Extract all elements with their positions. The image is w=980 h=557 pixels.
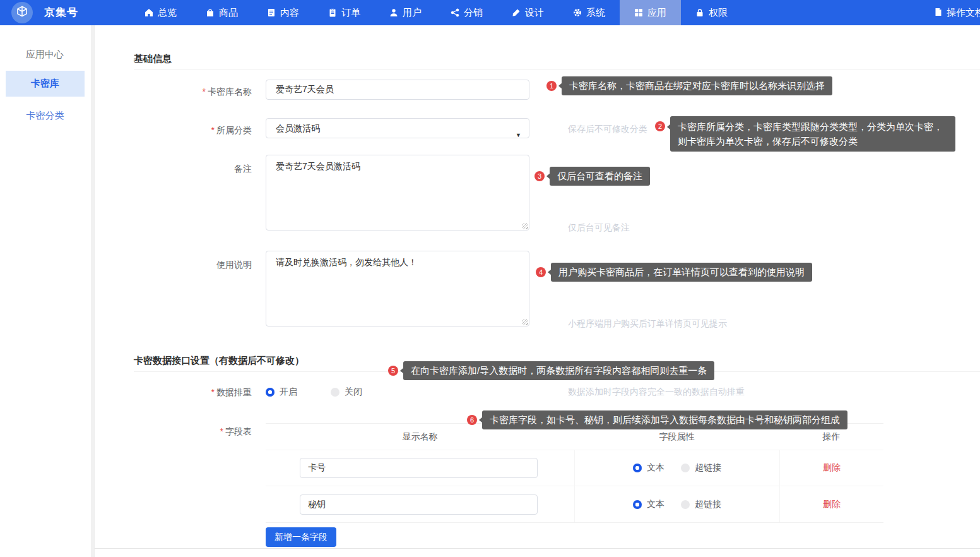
field-name-input[interactable] xyxy=(300,494,538,515)
required-asterisk: * xyxy=(211,387,215,397)
brand-logo[interactable] xyxy=(11,2,33,23)
dedupe-option-on[interactable]: 开启 xyxy=(266,386,297,398)
field-label-remark: 备注 xyxy=(107,164,252,175)
callout-2: 2 卡密库所属分类，卡密库类型跟随分类类型，分类为单次卡密，则卡密库为单次卡密，… xyxy=(655,116,955,152)
field-label-category: *所属分类 xyxy=(107,125,252,136)
attr-option-hyperlink[interactable]: 超链接 xyxy=(681,462,721,474)
radio-label: 关闭 xyxy=(345,386,362,398)
nav-item-design[interactable]: 设计 xyxy=(497,0,558,25)
nav-item-label: 应用 xyxy=(647,7,666,19)
nav-item-overview[interactable]: 总览 xyxy=(130,0,191,25)
lock-icon xyxy=(695,8,704,17)
callout-tooltip-3: 仅后台可查看的备注 xyxy=(550,167,650,186)
callout-badge-6: 6 xyxy=(467,415,477,425)
callout-tooltip-2: 卡密库所属分类，卡密库类型跟随分类类型，分类为单次卡密，则卡密库为单次卡密，保存… xyxy=(670,116,955,152)
attr-option-hyperlink[interactable]: 超链接 xyxy=(681,499,721,510)
dedupe-hint: 数据添加时字段内容完全一致的数据自动排重 xyxy=(568,386,745,398)
radio-selected-icon xyxy=(633,500,642,509)
callout-tooltip-6: 卡密库字段，如卡号、秘钥，则后续添加导入数据每条数据由卡号和秘钥两部分组成 xyxy=(482,410,847,429)
attribute-radio-group: 文本 超链接 xyxy=(633,499,721,510)
attr-option-text[interactable]: 文本 xyxy=(633,462,664,474)
section-title-data-interface: 卡密数据接口设置（有数据后不可修改） xyxy=(134,355,304,367)
home-icon xyxy=(145,8,153,17)
delete-link[interactable]: 删除 xyxy=(823,462,841,474)
required-asterisk: * xyxy=(220,426,223,436)
sidebar-section-title: 应用中心 xyxy=(0,49,90,61)
remark-hint: 仅后台可见备注 xyxy=(568,222,630,234)
table-row: 文本 超链接 删除 xyxy=(266,486,883,522)
radio-selected-icon xyxy=(633,464,642,472)
radio-unselected-icon xyxy=(331,388,339,397)
dedupe-option-off[interactable]: 关闭 xyxy=(331,386,362,398)
section-divider xyxy=(134,69,980,70)
nav-menu: 总览 商品 内容 订单 用户 分销 设计 系统 xyxy=(130,0,742,25)
sidebar-scrollbar[interactable] xyxy=(91,25,94,557)
design-icon xyxy=(512,8,521,17)
chevron-down-icon: ▼ xyxy=(516,126,521,145)
callout-1: 1 卡密库名称，卡密商品在绑定对应卡密库时以名称来识别选择 xyxy=(546,76,832,95)
callout-5: 5 在向卡密库添加/导入数据时，两条数据所有字段内容都相同则去重一条 xyxy=(388,361,714,380)
apps-icon xyxy=(634,8,643,17)
nav-item-goods[interactable]: 商品 xyxy=(191,0,252,25)
sidebar-item-card-key-library[interactable]: 卡密库 xyxy=(6,71,85,97)
doc-link-label: 操作文档 xyxy=(947,7,980,19)
document-icon xyxy=(934,8,943,18)
column-header-display-name: 显示名称 xyxy=(266,431,574,443)
category-hint: 保存后不可修改分类 xyxy=(568,124,647,135)
nav-item-label: 用户 xyxy=(403,7,422,19)
dedupe-radio-group: 开启 关闭 xyxy=(266,386,362,398)
attribute-radio-group: 文本 超链接 xyxy=(633,462,721,474)
nav-item-label: 分销 xyxy=(464,7,483,19)
nav-item-label: 总览 xyxy=(158,7,177,19)
nav-item-apps[interactable]: 应用 xyxy=(620,0,681,25)
attr-option-text[interactable]: 文本 xyxy=(633,499,664,510)
nav-item-label: 内容 xyxy=(280,7,299,19)
radio-unselected-icon xyxy=(681,500,690,509)
callout-6: 6 卡密库字段，如卡号、秘钥，则后续添加导入数据每条数据由卡号和秘钥两部分组成 xyxy=(467,410,847,429)
name-input[interactable] xyxy=(266,80,529,100)
nav-item-content[interactable]: 内容 xyxy=(252,0,314,25)
field-label-usage: 使用说明 xyxy=(107,260,252,271)
sidebar-item-card-key-category[interactable]: 卡密分类 xyxy=(6,106,85,125)
content-icon xyxy=(267,8,276,17)
sidebar: 应用中心 卡密库 卡密分类 xyxy=(0,25,95,557)
doc-link[interactable]: 操作文档 xyxy=(934,0,980,25)
brand-name: 京集号 xyxy=(44,0,78,25)
callout-badge-4: 4 xyxy=(536,267,546,277)
nav-item-label: 设计 xyxy=(525,7,544,19)
nav-item-label: 订单 xyxy=(341,7,360,19)
delete-link[interactable]: 删除 xyxy=(823,499,841,510)
nav-item-label: 商品 xyxy=(219,7,238,19)
callout-tooltip-5: 在向卡密库添加/导入数据时，两条数据所有字段内容都相同则去重一条 xyxy=(403,361,714,380)
radio-label: 开启 xyxy=(280,386,297,398)
nav-item-distribution[interactable]: 分销 xyxy=(436,0,497,25)
callout-tooltip-4: 用户购买卡密商品后，在订单详情页可以查看到的使用说明 xyxy=(551,263,812,282)
nav-item-label: 权限 xyxy=(709,7,728,19)
table-row: 文本 超链接 删除 xyxy=(266,450,883,486)
field-label-dedupe: *数据排重 xyxy=(107,387,252,398)
nav-item-label: 系统 xyxy=(586,7,605,19)
top-nav: 京集号 总览 商品 内容 订单 用户 分销 设计 xyxy=(0,0,980,25)
field-label-field-table: *字段表 xyxy=(107,426,252,438)
field-name-input[interactable] xyxy=(300,458,538,478)
callout-badge-3: 3 xyxy=(534,171,545,181)
category-select[interactable]: 会员激活码 ▼ xyxy=(266,118,529,138)
remark-textarea[interactable]: 爱奇艺7天会员激活码 xyxy=(266,155,529,231)
goods-icon xyxy=(206,8,215,17)
radio-label: 文本 xyxy=(647,462,664,474)
add-field-button[interactable]: 新增一条字段 xyxy=(266,527,336,547)
field-table: 显示名称 字段属性 操作 文本 超链接 删除 xyxy=(266,423,883,523)
category-selected-value: 会员激活码 xyxy=(276,123,320,133)
callout-3: 3 仅后台可查看的备注 xyxy=(534,167,650,186)
nav-item-permissions[interactable]: 权限 xyxy=(681,0,742,25)
gear-icon xyxy=(573,8,582,17)
callout-4: 4 用户购买卡密商品后，在订单详情页可以查看到的使用说明 xyxy=(536,263,812,282)
nav-item-orders[interactable]: 订单 xyxy=(314,0,375,25)
nav-item-users[interactable]: 用户 xyxy=(375,0,436,25)
nav-item-system[interactable]: 系统 xyxy=(558,0,620,25)
share-icon xyxy=(451,8,459,17)
cube-logo-icon xyxy=(16,6,28,20)
callout-badge-2: 2 xyxy=(655,121,665,131)
usage-textarea[interactable]: 请及时兑换激活码，勿发给其他人！ xyxy=(266,251,529,326)
radio-label: 超链接 xyxy=(695,462,721,474)
